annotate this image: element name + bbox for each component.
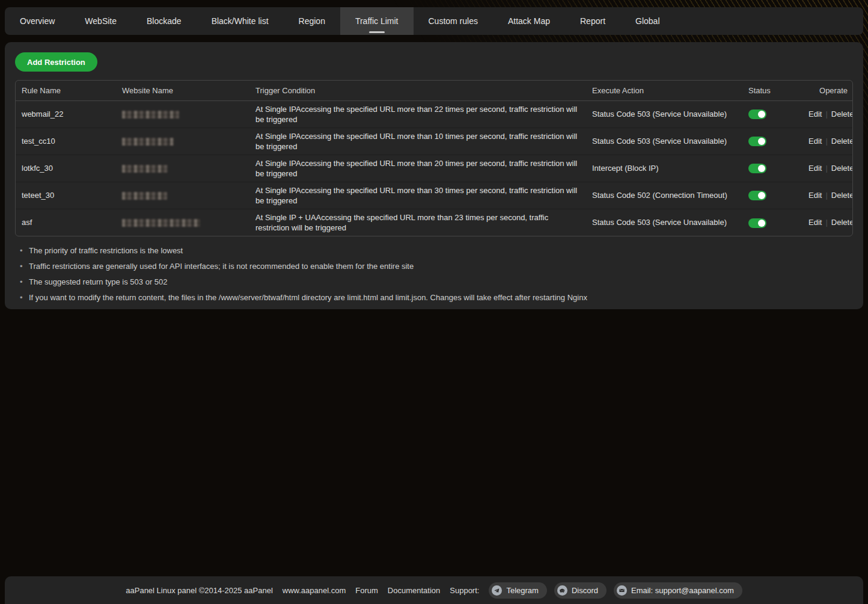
header-rule-name: Rule Name: [16, 81, 116, 100]
execute-action: Status Code 503 (Service Unavailable): [586, 209, 742, 236]
traffic-limit-panel: Add Restriction Rule Name Website Name T…: [5, 42, 863, 309]
status-toggle[interactable]: [748, 218, 766, 228]
tab-label: Traffic Limit: [355, 16, 399, 26]
footer-copyright: aaPanel Linux panel ©2014-2025 aaPanel: [126, 586, 273, 595]
tab-blockade[interactable]: Blockade: [132, 7, 197, 35]
telegram-label: Telegram: [506, 586, 538, 595]
add-restriction-button[interactable]: Add Restriction: [15, 52, 97, 72]
rule-name: lotkfc_30: [16, 155, 116, 182]
table-header-row: Rule Name Website Name Trigger Condition…: [16, 81, 852, 100]
rule-name: webmail_22: [16, 100, 116, 128]
tab-report[interactable]: Report: [565, 7, 620, 35]
tab-label: Region: [299, 16, 325, 26]
waf-tab-bar: Overview WebSite Blockade Black/White li…: [5, 7, 863, 35]
edit-link[interactable]: Edit: [808, 109, 822, 119]
header-execute-action: Execute Action: [586, 81, 742, 100]
tab-custom-rules[interactable]: Custom rules: [414, 7, 493, 35]
footer-link-forum[interactable]: Forum: [355, 586, 378, 595]
website-name-redacted: [122, 219, 200, 227]
tab-traffic-limit[interactable]: Traffic Limit: [340, 7, 414, 35]
delete-link[interactable]: Delete: [831, 109, 853, 119]
tab-label: Blockade: [147, 16, 182, 26]
operate-separator: |: [822, 218, 831, 227]
trigger-condition: At Single IPAccessing the specified URL …: [249, 182, 586, 209]
header-trigger-condition: Trigger Condition: [249, 81, 586, 100]
execute-action: Status Code 503 (Service Unavailable): [586, 128, 742, 155]
status-toggle[interactable]: [748, 191, 766, 200]
toggle-knob: [758, 220, 765, 227]
table-row: webmail_22 At Single IPAccessing the spe…: [16, 100, 852, 128]
note-item: If you want to modify the return content…: [15, 293, 853, 302]
edit-link[interactable]: Edit: [808, 191, 822, 200]
telegram-icon: [492, 585, 502, 596]
toggle-knob: [758, 192, 765, 199]
website-name-redacted: [122, 192, 167, 200]
toggle-knob: [758, 111, 765, 118]
notes-list: The priority of traffic restrictions is …: [15, 246, 853, 302]
footer-bar: aaPanel Linux panel ©2014-2025 aaPanel w…: [5, 576, 863, 604]
toggle-knob: [758, 165, 765, 172]
tab-label: WebSite: [85, 16, 117, 26]
email-icon: [617, 585, 627, 596]
table-row: test_cc10 At Single IPAccessing the spec…: [16, 128, 852, 155]
edit-link[interactable]: Edit: [808, 137, 822, 146]
tab-attack-map[interactable]: Attack Map: [493, 7, 565, 35]
website-name-redacted: [122, 165, 168, 173]
trigger-condition: At Single IPAccessing the specified URL …: [249, 155, 586, 182]
tab-global[interactable]: Global: [620, 7, 674, 35]
operate-separator: |: [822, 164, 831, 173]
delete-link[interactable]: Delete: [831, 218, 853, 227]
status-toggle[interactable]: [748, 109, 766, 119]
note-item: Traffic restrictions are generally used …: [15, 262, 853, 271]
footer-link-website[interactable]: www.aapanel.com: [283, 586, 346, 595]
operate-separator: |: [822, 191, 831, 200]
operate-separator: |: [822, 109, 831, 119]
toggle-knob: [758, 138, 765, 145]
delete-link[interactable]: Delete: [831, 164, 853, 173]
rule-name: asf: [16, 209, 116, 236]
footer-support-label: Support:: [450, 586, 479, 595]
delete-link[interactable]: Delete: [831, 137, 853, 146]
tab-label: Overview: [20, 16, 55, 26]
website-name-redacted: [122, 111, 179, 119]
tab-label: Black/White list: [212, 16, 269, 26]
delete-link[interactable]: Delete: [831, 191, 853, 200]
trigger-condition: At Single IPAccessing the specified URL …: [249, 128, 586, 155]
footer-support-buttons: Telegram Discord Email: support@aapanel.…: [489, 582, 742, 599]
rule-name: test_cc10: [16, 128, 116, 155]
website-name-redacted: [122, 138, 174, 146]
email-label: Email: support@aapanel.com: [631, 586, 734, 595]
trigger-condition: At Single IPAccessing the specified URL …: [249, 100, 586, 128]
table-row: lotkfc_30 At Single IPAccessing the spec…: [16, 155, 852, 182]
execute-action: Status Code 502 (Connection Timeout): [586, 182, 742, 209]
header-status: Status: [742, 81, 802, 100]
note-item: The priority of traffic restrictions is …: [15, 246, 853, 255]
header-website-name: Website Name: [116, 81, 249, 100]
email-button[interactable]: Email: support@aapanel.com: [614, 582, 742, 599]
edit-link[interactable]: Edit: [808, 218, 822, 227]
telegram-button[interactable]: Telegram: [489, 582, 546, 599]
edit-link[interactable]: Edit: [808, 164, 822, 173]
execute-action: Intercept (Block IP): [586, 155, 742, 182]
tab-label: Global: [635, 16, 659, 26]
discord-button[interactable]: Discord: [554, 582, 607, 599]
status-toggle[interactable]: [748, 164, 766, 173]
tab-label: Custom rules: [429, 16, 478, 26]
tab-black-white-list[interactable]: Black/White list: [197, 7, 284, 35]
execute-action: Status Code 503 (Service Unavailable): [586, 100, 742, 128]
header-operate: Operate: [802, 81, 852, 100]
table-row: asf At Single IP + UAAccessing the speci…: [16, 209, 852, 236]
trigger-condition: At Single IP + UAAccessing the specified…: [249, 209, 586, 236]
status-toggle[interactable]: [748, 137, 766, 146]
tab-region[interactable]: Region: [284, 7, 340, 35]
discord-label: Discord: [572, 586, 598, 595]
tab-overview[interactable]: Overview: [5, 7, 70, 35]
restrictions-table: Rule Name Website Name Trigger Condition…: [15, 80, 853, 236]
tab-label: Report: [580, 16, 605, 26]
footer-link-documentation[interactable]: Documentation: [388, 586, 440, 595]
note-item: The suggested return type is 503 or 502: [15, 277, 853, 286]
tab-label: Attack Map: [508, 16, 550, 26]
tab-website[interactable]: WebSite: [70, 7, 132, 35]
table-row: teteet_30 At Single IPAccessing the spec…: [16, 182, 852, 209]
discord-icon: [557, 585, 567, 596]
